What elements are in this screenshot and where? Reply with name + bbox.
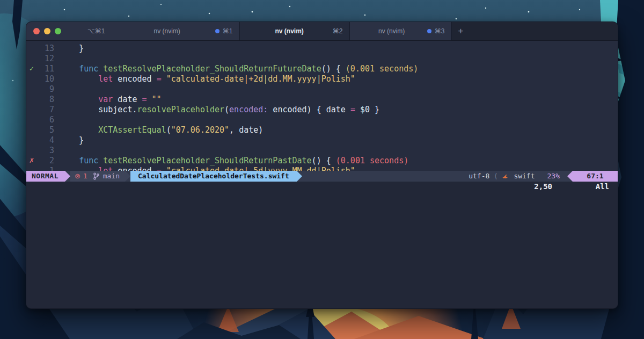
file-encoding: utf-8: [469, 171, 489, 182]
tab-shortcut: ⌘3: [435, 27, 445, 35]
tab-shortcut: ⌘2: [333, 27, 343, 35]
code-line[interactable]: ✗2 func testResolvePlaceholder_ShouldRet…: [26, 156, 618, 166]
tab-bar: ⌥⌘1 nv (nvim)⌘1nv (nvim)⌘2nv (nvim)⌘3 +: [26, 22, 618, 41]
powerline-arrow: [567, 171, 573, 182]
line-number: 2: [36, 156, 54, 166]
angle-separator: ⟨: [494, 171, 497, 182]
tab-shortcut: ⌘1: [223, 27, 233, 35]
terminal-tab-2[interactable]: nv (nvim)⌘2: [239, 22, 349, 40]
line-number: 12: [36, 54, 54, 64]
statusline-info-segment: ⊗ 1 main: [70, 171, 125, 182]
swift-icon: [502, 172, 509, 179]
powerline-arrow: [297, 171, 302, 182]
code-line[interactable]: 4 }: [26, 135, 618, 146]
code-line[interactable]: 3: [26, 146, 618, 156]
line-number: 9: [36, 84, 54, 95]
session-activity-dot: [427, 29, 431, 33]
sign-column: [26, 135, 36, 146]
window-controls: [26, 22, 86, 40]
line-text: [54, 146, 618, 156]
terminal-tab-3[interactable]: nv (nvim)⌘3: [349, 22, 451, 40]
line-text: [54, 84, 618, 95]
line-number: 11: [36, 64, 54, 74]
git-branch-icon: [93, 172, 99, 180]
sign-column: [26, 115, 36, 125]
tab-bar-spacer: [470, 22, 618, 40]
sign-column: [26, 105, 36, 115]
diagnostics-error-count: 1: [83, 171, 87, 182]
sign-column: [26, 166, 36, 171]
statusline-spacer: [302, 171, 469, 182]
terminal-window: ⌥⌘1 nv (nvim)⌘1nv (nvim)⌘2nv (nvim)⌘3 + …: [26, 21, 618, 309]
close-window-button[interactable]: [33, 28, 40, 34]
line-number: 10: [36, 74, 54, 84]
session-activity-dot: [215, 29, 219, 33]
ruler-position: 2,50: [534, 182, 552, 191]
tab-strip: nv (nvim)⌘1nv (nvim)⌘2nv (nvim)⌘3: [113, 22, 451, 40]
sign-column: [26, 95, 36, 105]
line-number: 3: [36, 146, 54, 156]
git-branch-name: main: [103, 171, 120, 182]
sign-column: [26, 146, 36, 156]
code-line[interactable]: 10 let encoded = "calculated-date|+2d|dd…: [26, 74, 618, 84]
line-number: 1: [36, 166, 54, 171]
cmdline: 2,50 All: [26, 182, 618, 309]
line-text: let encoded = "calculated-date|+2d|dd.MM…: [54, 74, 618, 84]
sign-column: [26, 125, 36, 135]
code-line[interactable]: 6: [26, 115, 618, 125]
desktop: ⌥⌘1 nv (nvim)⌘1nv (nvim)⌘2nv (nvim)⌘3 + …: [0, 0, 644, 339]
line-text: }: [54, 44, 618, 54]
window-shortcut-label: ⌥⌘1: [86, 22, 113, 40]
line-number: 13: [36, 44, 54, 54]
powerline-arrow: [125, 171, 130, 182]
scroll-indicator: All: [596, 182, 609, 191]
line-text: func testResolvePlaceholder_ShouldReturn…: [54, 156, 618, 166]
code-area[interactable]: 13 }12✓11 func testResolvePlaceholder_Sh…: [26, 41, 618, 171]
code-line[interactable]: 12: [26, 54, 618, 64]
code-line[interactable]: 7 subject.resolvePlaceholder(encoded: en…: [26, 105, 618, 115]
code-line[interactable]: 5 XCTAssertEqual("07.06.2020", date): [26, 125, 618, 135]
code-line[interactable]: 8 var date = "": [26, 95, 618, 105]
vim-mode-indicator: NORMAL: [26, 171, 65, 182]
filetype: swift: [514, 171, 535, 182]
terminal-tab-1[interactable]: nv (nvim)⌘1: [113, 22, 239, 40]
line-text: func testResolvePlaceholder_ShouldReturn…: [54, 64, 618, 74]
code-line[interactable]: 9: [26, 84, 618, 95]
test-passed-icon: ✓: [26, 64, 36, 74]
scroll-percent: 23%: [547, 171, 560, 182]
sign-column: [26, 44, 36, 54]
line-text: var date = "": [54, 95, 618, 105]
line-text: let encoded = "calculated-date|-5d|yyyy-…: [54, 166, 618, 171]
statusline: NORMAL ⊗ 1 main CalculatedDatePlaceholde…: [26, 171, 618, 182]
diagnostics-error-icon: ⊗: [75, 171, 80, 182]
tab-title: nv (nvim): [356, 27, 427, 35]
line-text: XCTAssertEqual("07.06.2020", date): [54, 125, 618, 135]
tab-title: nv (nvim): [246, 27, 333, 35]
code-line[interactable]: 13 }: [26, 44, 618, 54]
statusline-right: utf-8 ⟨ swift 23%: [469, 171, 567, 182]
line-number: 8: [36, 95, 54, 105]
powerline-arrow: [65, 171, 70, 182]
test-failed-icon: ✗: [26, 156, 36, 166]
cursor-position: 67:1: [573, 171, 618, 182]
line-number: 6: [36, 115, 54, 125]
new-tab-button[interactable]: +: [451, 22, 470, 40]
line-text: }: [54, 135, 618, 146]
sign-column: [26, 84, 36, 95]
filename-segment: CalculatedDatePlaceholderTests.swift: [130, 171, 297, 182]
minimize-window-button[interactable]: [44, 28, 50, 34]
line-text: [54, 54, 618, 64]
zoom-window-button[interactable]: [55, 28, 61, 34]
sign-column: [26, 54, 36, 64]
line-number: 7: [36, 105, 54, 115]
code-line[interactable]: ✓11 func testResolvePlaceholder_ShouldRe…: [26, 64, 618, 74]
line-number: 4: [36, 135, 54, 146]
sign-column: [26, 74, 36, 84]
line-text: subject.resolvePlaceholder(encoded: enco…: [54, 105, 618, 115]
line-number: 5: [36, 125, 54, 135]
code-line[interactable]: 1 let encoded = "calculated-date|-5d|yyy…: [26, 166, 618, 171]
tab-title: nv (nvim): [119, 27, 215, 35]
line-text: [54, 115, 618, 125]
